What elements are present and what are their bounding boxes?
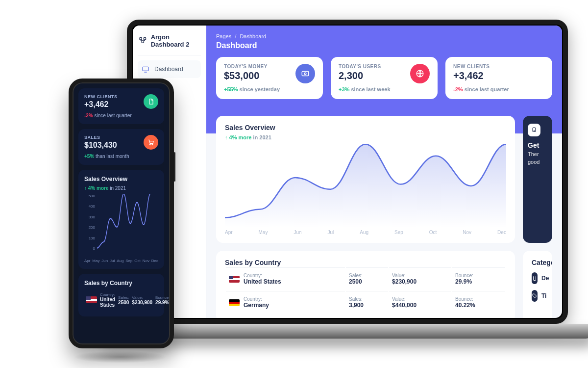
svg-point-10 (149, 144, 150, 145)
laptop-mockup: Argon Dashboard 2 Dashboard te) plate) p… (127, 20, 568, 324)
svg-point-5 (304, 73, 306, 75)
table-row[interactable]: Country:United States Sales:2500 Value:$… (85, 290, 169, 310)
phone-screen: NEW CLIENTS+3,462 -2% since last quarter… (74, 83, 169, 343)
breadcrumb-leaf[interactable]: Dashboard (240, 33, 266, 39)
y-axis: 5004003002001000 (84, 194, 97, 251)
money-icon (295, 64, 315, 83)
kpi-sales[interactable]: SALES$103,430 +5% than last month (78, 129, 164, 165)
tv-icon (142, 65, 149, 73)
brand-label: Argon Dashboard 2 (151, 33, 200, 48)
tag-icon (532, 290, 538, 302)
kpi-label: TODAY'S MONEY (224, 64, 280, 69)
table-row[interactable]: Country:Germany Sales:3,900 Value:$440,0… (226, 291, 505, 314)
rocket-icon (528, 124, 540, 136)
table-row[interactable]: Country:United States Sales:2500 Value:$… (226, 267, 505, 290)
kpi-clients[interactable]: NEW CLIENTS+3,462 -2% since last quarter (78, 88, 164, 124)
sidebar-item-label: Dashboard (154, 66, 183, 73)
list-item[interactable]: Ti (532, 290, 543, 302)
cart-icon (144, 135, 158, 150)
svg-rect-9 (534, 276, 536, 281)
sales-overview-panel: Sales Overview ↑ 4% more in 2021 AprMayJ… (216, 116, 515, 243)
kpi-value: $53,000 (224, 70, 280, 81)
panel-title: Sales Overview (225, 124, 506, 131)
list-item[interactable]: De (532, 272, 543, 284)
sales-overview-panel: Sales Overview ↑ 4% more in 2021 5004003… (78, 170, 164, 269)
get-started-card[interactable]: Get Ther good (523, 116, 552, 243)
breadcrumb[interactable]: Pages / Dashboard (216, 33, 552, 39)
device-icon (532, 272, 538, 284)
flag-us-icon (229, 276, 240, 283)
flag-de-icon (229, 299, 240, 306)
country-table: Country:United States Sales:2500 Value:$… (225, 266, 506, 315)
svg-rect-3 (143, 67, 148, 71)
svg-rect-4 (302, 72, 309, 76)
x-axis: AprMayJunJulAugSepOctNovDec (84, 259, 158, 263)
sales-line-chart: 5004003002001000 (84, 194, 158, 258)
svg-point-11 (152, 144, 153, 145)
kpi-users[interactable]: TODAY'S USERS 2,300 +3% since last week (331, 57, 438, 99)
sales-line-chart (225, 144, 506, 228)
flag-us-icon (86, 296, 97, 303)
x-axis: AprMayJunJulAugSepOctNovDec (225, 230, 506, 235)
logo-icon (139, 36, 147, 46)
svg-rect-0 (140, 38, 142, 40)
laptop-screen: Argon Dashboard 2 Dashboard te) plate) p… (133, 26, 562, 318)
kpi-money[interactable]: TODAY'S MONEY $53,000 +55% since yesterd… (216, 57, 323, 99)
sales-by-country-panel: Sales by Country Country:United States S… (78, 274, 164, 316)
svg-point-8 (534, 131, 534, 131)
page-title: Dashboard (216, 41, 552, 50)
globe-icon (410, 64, 430, 83)
svg-rect-2 (142, 41, 144, 43)
categories-panel: Categoi De Ti (523, 251, 552, 318)
brand[interactable]: Argon Dashboard 2 (138, 31, 201, 55)
phone-mockup: NEW CLIENTS+3,462 -2% since last quarter… (69, 79, 174, 348)
kpi-clients[interactable]: NEW CLIENTS +3,462 -2% since last quarte… (445, 57, 552, 99)
sidebar-item-dashboard[interactable]: Dashboard (138, 60, 201, 78)
breadcrumb-root[interactable]: Pages (216, 33, 231, 39)
sales-by-country-panel: Sales by Country Country:United States S… (216, 251, 515, 318)
page-icon (144, 94, 158, 109)
main: Pages / Dashboard Dashboard TODAY'S MONE… (206, 26, 562, 318)
svg-rect-1 (144, 38, 146, 40)
phone-shadow (74, 351, 167, 363)
